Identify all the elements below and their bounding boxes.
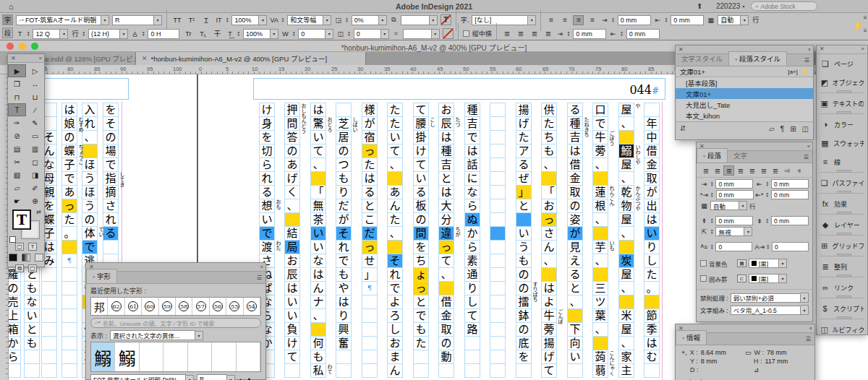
grid-cell[interactable]: 蒡 <box>592 144 608 158</box>
apply-color-button[interactable] <box>9 254 17 262</box>
glyph-cell[interactable] <box>237 342 260 371</box>
tab-character[interactable]: 文字 <box>728 149 753 163</box>
grid-cell[interactable]: 子 <box>61 157 77 172</box>
grid-cell[interactable]: の <box>103 130 119 144</box>
align-right-button[interactable]: ≣ <box>770 165 780 176</box>
grid-cell[interactable]: ぬ <box>464 212 480 227</box>
grid-cell[interactable] <box>567 308 583 323</box>
grid-cell[interactable]: て <box>413 103 429 117</box>
panel-edge-icons[interactable]: ≡≡ <box>862 14 868 34</box>
grid-cell[interactable]: れ <box>387 267 403 282</box>
grid-cell[interactable]: 揚 <box>516 103 532 117</box>
grid-cell[interactable]: よ <box>541 295 557 309</box>
grid-cell[interactable]: ん <box>387 199 403 213</box>
grid-cell[interactable]: 吉 <box>567 130 583 144</box>
grid-cell[interactable]: い <box>413 171 429 186</box>
grid-cell[interactable] <box>61 363 77 378</box>
grid-cell[interactable]: れ <box>336 240 352 254</box>
grid-cell[interactable] <box>362 308 378 323</box>
grid-cell[interactable]: 様 <box>362 103 378 117</box>
grid-cell[interactable]: の <box>413 212 429 227</box>
grid-cell[interactable]: 姿 <box>567 212 583 227</box>
space-after-field[interactable]: 0 mm <box>771 216 809 225</box>
grid-cell[interactable]: 、 <box>310 308 326 323</box>
glyphs-font-select[interactable]: FOT-筑紫Aオールド明朝 Pr6N▾ <box>90 374 194 380</box>
free-transform-tool[interactable]: ◻ <box>26 155 44 168</box>
grid-cell[interactable]: 、 <box>618 281 634 295</box>
grid-cell[interactable]: け <box>413 144 429 158</box>
grid-cell[interactable]: え <box>567 254 583 268</box>
grid-cell[interactable] <box>41 363 57 378</box>
grid-cell[interactable]: 物 <box>618 199 634 213</box>
recent-glyph[interactable]: 邦 <box>91 298 108 315</box>
glyph-cell[interactable] <box>188 342 212 371</box>
grid-cell[interactable]: 、 <box>284 199 300 213</box>
grid-cell[interactable]: よ <box>387 295 403 309</box>
grid-cell[interactable]: ろ <box>387 308 403 323</box>
grid-cell[interactable]: っ <box>362 240 378 254</box>
apply-none-button[interactable] <box>35 254 43 262</box>
align-away-spine-button[interactable]: ⫣ <box>793 165 804 176</box>
grid-cell[interactable]: く <box>284 185 300 199</box>
grid-cell[interactable]: 牛 <box>592 130 608 144</box>
glyph-cell[interactable]: 鰯 <box>91 342 115 371</box>
grid-cell[interactable]: 想 <box>259 199 275 213</box>
leading-stepper[interactable]: ▲▼ <box>82 31 85 37</box>
grid-cell[interactable]: 種 <box>464 103 480 117</box>
dock-item-pathfinder[interactable]: ❏パスファイ... <box>817 173 867 192</box>
grid-cell[interactable]: 季 <box>644 322 660 337</box>
grid-cell[interactable] <box>618 130 634 144</box>
grid-cell[interactable]: 渡 <box>259 240 275 254</box>
grid-cell[interactable]: ち <box>413 254 429 268</box>
grid-cell[interactable]: 金 <box>644 157 660 172</box>
grid-cell[interactable] <box>387 240 403 254</box>
tracking-select[interactable]: 0%▾ <box>352 15 387 25</box>
grid-cell[interactable]: 中 <box>644 130 660 144</box>
grid-cell[interactable]: た <box>61 212 77 227</box>
grid-cell[interactable] <box>490 185 506 199</box>
grid-cell[interactable] <box>61 322 77 337</box>
grid-cell[interactable]: た <box>516 130 532 144</box>
tsume-stepper[interactable]: ▲▼ <box>281 17 284 23</box>
horizontal-scale-stepper[interactable]: ▲▼ <box>237 31 239 37</box>
delete-style-icon[interactable]: ◫ <box>802 125 809 133</box>
character-formatting-button[interactable]: 字 <box>2 14 13 25</box>
panel-menu-icon[interactable]: ☰ <box>804 154 809 160</box>
grid-cell[interactable]: 動 <box>438 350 454 364</box>
dock-header[interactable]: ✕ » <box>817 46 867 54</box>
grid-cell[interactable]: と <box>438 171 454 186</box>
grid-cell[interactable]: が <box>644 185 660 199</box>
grid-cell[interactable]: ナ <box>310 295 326 309</box>
grid-cell[interactable]: は <box>464 144 480 158</box>
grid-cell[interactable]: さ <box>541 226 557 241</box>
grid-cell[interactable]: 口 <box>592 103 608 117</box>
grid-cell[interactable]: て <box>310 144 326 158</box>
grid-cell[interactable] <box>464 336 480 350</box>
grid-cell[interactable] <box>490 267 506 282</box>
grid-cell[interactable]: は <box>284 281 300 295</box>
tab-glyphs[interactable]: ◦ 字形 <box>86 269 117 283</box>
dock-item-links[interactable]: ∞リンク <box>817 278 867 297</box>
grid-cell[interactable]: り <box>464 281 480 295</box>
font-size-select[interactable]: 12 Q▾ <box>33 29 68 39</box>
grid-cell[interactable]: は <box>310 103 326 117</box>
grid-cell[interactable]: の <box>567 199 583 213</box>
justify-right-button[interactable]: ≣ <box>542 29 553 39</box>
grid-cell[interactable]: 、 <box>618 171 634 186</box>
grid-cell[interactable] <box>284 212 300 227</box>
first-line-indent-stepper[interactable]: ▲▼ <box>710 192 713 198</box>
shatai-stepper[interactable]: ▲▼ <box>347 31 350 37</box>
grid-cell[interactable]: 屋 <box>618 157 634 172</box>
strikethrough-icon[interactable]: Tr <box>182 28 194 39</box>
collapse-icon[interactable]: ‹‹ <box>808 46 810 53</box>
grid-cell[interactable]: 種 <box>438 144 454 158</box>
glyph-cell[interactable] <box>140 342 163 371</box>
grid-cell[interactable]: い <box>516 226 532 241</box>
align-justify-right-button[interactable]: ≣ <box>758 165 769 176</box>
grid-cell[interactable]: 蝶 <box>61 144 77 158</box>
close-icon[interactable]: ✕ <box>142 55 148 62</box>
grid-cell[interactable]: を <box>259 130 275 144</box>
grid-cell[interactable]: の <box>61 130 77 144</box>
grid-cell[interactable] <box>336 103 352 117</box>
grid-cell[interactable] <box>490 130 506 144</box>
